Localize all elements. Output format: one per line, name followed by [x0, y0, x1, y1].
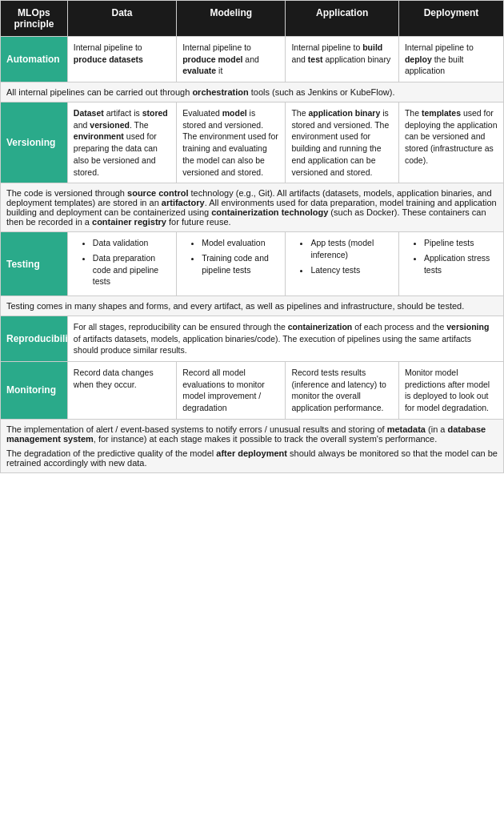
- testing-fullspan-row: Testing comes in many shapes and forms, …: [1, 295, 504, 316]
- versioning-fullspan: The code is versioned through source con…: [1, 183, 504, 232]
- monitoring-application: Record tests results (inference and late…: [286, 362, 399, 420]
- header-data: Data: [67, 1, 176, 37]
- monitoring-deployment: Monitor model predictions after model is…: [398, 362, 503, 420]
- header-application: Application: [286, 1, 399, 37]
- versioning-row: Versioning Dataset artifact is stored an…: [1, 102, 504, 183]
- reproducibility-row: Reproducibility For all stages, reproduc…: [1, 316, 504, 361]
- header-principle: MLOps principle: [1, 1, 68, 37]
- automation-fullspan: All internal pipelines can be carried ou…: [1, 82, 504, 102]
- automation-data: Internal pipeline to produce datasets: [67, 37, 176, 82]
- monitoring-fullspan-row: The implementation of alert / event-base…: [1, 419, 504, 472]
- testing-row: Testing Data validation Data preparation…: [1, 232, 504, 296]
- automation-fullspan-row: All internal pipelines can be carried ou…: [1, 82, 504, 102]
- automation-deployment: Internal pipeline to deploy the built ap…: [398, 37, 503, 82]
- monitoring-fullspan: The implementation of alert / event-base…: [1, 419, 504, 472]
- monitoring-label: Monitoring: [1, 362, 68, 420]
- versioning-data: Dataset artifact is stored and versioned…: [67, 102, 176, 183]
- reproducibility-label: Reproducibility: [1, 316, 68, 361]
- testing-deployment: Pipeline tests Application stress tests: [398, 232, 503, 296]
- testing-application: App tests (model inference) Latency test…: [286, 232, 399, 296]
- versioning-modeling: Evaluated model is stored and versioned.…: [177, 102, 286, 183]
- testing-modeling: Model evaluation Training code and pipel…: [177, 232, 286, 296]
- header-modeling: Modeling: [177, 1, 286, 37]
- table-header: MLOps principle Data Modeling Applicatio…: [1, 1, 504, 37]
- header-deployment: Deployment: [398, 1, 503, 37]
- monitoring-data: Record data changes when they occur.: [67, 362, 176, 420]
- versioning-fullspan-row: The code is versioned through source con…: [1, 183, 504, 232]
- testing-label: Testing: [1, 232, 68, 296]
- monitoring-row: Monitoring Record data changes when they…: [1, 362, 504, 420]
- versioning-deployment: The templates used for deploying the app…: [398, 102, 503, 183]
- testing-fullspan: Testing comes in many shapes and forms, …: [1, 295, 504, 316]
- versioning-label: Versioning: [1, 102, 68, 183]
- automation-modeling: Internal pipeline to produce model and e…: [177, 37, 286, 82]
- monitoring-modeling: Record all model evaluations to monitor …: [177, 362, 286, 420]
- automation-label: Automation: [1, 37, 68, 82]
- automation-application: Internal pipeline to build and test appl…: [286, 37, 399, 82]
- versioning-application: The application binary is stored and ver…: [286, 102, 399, 183]
- automation-row: Automation Internal pipeline to produce …: [1, 37, 504, 82]
- reproducibility-fullspan: For all stages, reproducibility can be e…: [67, 316, 503, 361]
- testing-data: Data validation Data preparation code an…: [67, 232, 176, 296]
